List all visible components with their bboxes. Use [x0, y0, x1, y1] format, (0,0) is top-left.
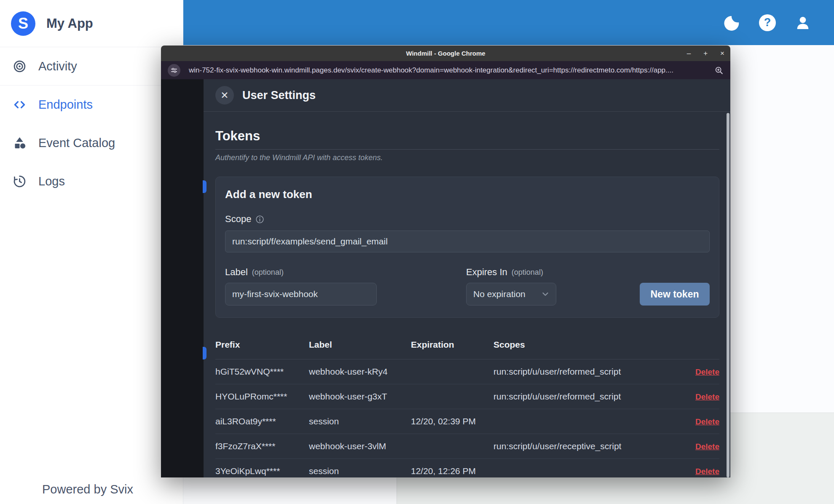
modal-title: User Settings — [242, 89, 316, 102]
sidebar-item-endpoints[interactable]: Endpoints — [0, 86, 183, 124]
add-token-title: Add a new token — [225, 188, 710, 201]
token-prefix: 3YeOiKpLwq**** — [215, 466, 309, 476]
hidden-button-fragment — [203, 180, 206, 193]
page-content: ✕ User Settings Tokens Authentify to the… — [161, 79, 730, 477]
chrome-window: Windmill - Google Chrome – + × win-752-f… — [161, 46, 730, 477]
new-token-button[interactable]: New token — [640, 283, 710, 306]
powered-by-svix: Powered by Svix — [42, 483, 133, 496]
token-scopes: run:script/u/user/receptive_script — [493, 441, 681, 451]
history-icon — [13, 174, 27, 188]
help-icon: ? — [759, 14, 776, 31]
user-settings-modal: ✕ User Settings Tokens Authentify to the… — [204, 79, 730, 477]
token-prefix: HYOLuPRomc**** — [215, 391, 309, 402]
minimize-button[interactable]: – — [687, 50, 691, 57]
token-scopes: run:script/u/user/reformed_script — [493, 391, 681, 402]
maximize-button[interactable]: + — [703, 50, 708, 57]
token-label: webhook-user-g3xT — [309, 391, 411, 402]
close-modal-button[interactable]: ✕ — [215, 86, 234, 105]
svix-logo-icon: S — [11, 11, 35, 36]
info-icon[interactable] — [255, 215, 264, 224]
token-expiration: 12/20, 12:26 PM — [411, 466, 493, 476]
tokens-section-title: Tokens — [215, 129, 719, 144]
dark-mode-toggle[interactable] — [723, 13, 741, 32]
moon-icon — [724, 15, 740, 31]
sidebar-item-logs[interactable]: Logs — [0, 162, 183, 201]
address-bar[interactable]: win-752-fix-svix-webhook-win.windmill.pa… — [189, 66, 710, 75]
chevron-down-icon — [541, 290, 550, 299]
token-label: session — [309, 416, 411, 426]
sidebar-item-label: Activity — [38, 59, 77, 73]
zoom-search-icon[interactable] — [714, 66, 724, 75]
delete-token-link[interactable]: Delete — [695, 392, 719, 401]
modal-scrollbar[interactable] — [727, 113, 729, 477]
delete-token-link[interactable]: Delete — [695, 467, 719, 476]
token-prefix: hGiT52wVNQ**** — [215, 367, 309, 377]
table-row: f3FzoZ7raX**** webhook-user-3vlM run:scr… — [215, 434, 719, 459]
close-window-button[interactable]: × — [720, 50, 724, 57]
window-title: Windmill - Google Chrome — [406, 50, 485, 57]
user-menu-button[interactable] — [794, 13, 812, 32]
window-titlebar[interactable]: Windmill - Google Chrome – + × — [161, 46, 730, 61]
label-optional: (optional) — [252, 268, 284, 277]
section-divider — [215, 149, 719, 150]
expires-in-label: Expires In — [466, 267, 507, 278]
token-prefix: aiL3ROat9y**** — [215, 416, 309, 426]
table-header-row: Prefix Label Expiration Scopes — [215, 340, 719, 359]
col-header-prefix: Prefix — [215, 340, 309, 350]
sidebar: S My App Activity Endpoints Event Catalo… — [0, 0, 183, 504]
expiration-selected-value: No expiration — [473, 289, 526, 299]
token-label: session — [309, 466, 411, 476]
sidebar-header: S My App — [0, 0, 183, 47]
tokens-table: Prefix Label Expiration Scopes hGiT52wVN… — [215, 340, 719, 477]
delete-token-link[interactable]: Delete — [695, 417, 719, 426]
user-icon — [794, 14, 811, 31]
sidebar-item-label: Logs — [38, 174, 65, 188]
col-header-label: Label — [309, 340, 411, 350]
tune-icon — [170, 67, 178, 74]
tokens-section-subtitle: Authentify to the Windmill API with acce… — [215, 153, 719, 162]
table-row: hGiT52wVNQ**** webhook-user-kRy4 run:scr… — [215, 359, 719, 384]
code-brackets-icon — [13, 98, 27, 112]
shapes-icon — [13, 136, 27, 150]
table-row: 3YeOiKpLwq**** session 12/20, 12:26 PM D… — [215, 459, 719, 477]
sidebar-item-label: Event Catalog — [38, 136, 115, 150]
app-title: My App — [46, 16, 93, 31]
app-header: ? — [183, 0, 834, 45]
modal-header: ✕ User Settings — [204, 79, 730, 112]
delete-token-link[interactable]: Delete — [695, 367, 719, 376]
expiration-select[interactable]: No expiration — [466, 283, 556, 306]
label-label: Label — [225, 267, 248, 278]
delete-token-link[interactable]: Delete — [695, 442, 719, 451]
expires-optional: (optional) — [512, 268, 543, 277]
scope-input[interactable] — [225, 231, 710, 252]
col-header-scopes: Scopes — [493, 340, 681, 350]
token-scopes: run:script/u/user/reformed_script — [493, 367, 681, 377]
sidebar-item-label: Endpoints — [38, 98, 93, 112]
hidden-button-fragment — [203, 347, 206, 359]
activity-icon — [13, 59, 27, 73]
token-expiration: 12/20, 02:39 PM — [411, 416, 493, 426]
add-token-card: Add a new token Scope — [215, 177, 719, 318]
browser-toolbar: win-752-fix-svix-webhook-win.windmill.pa… — [161, 61, 730, 79]
token-label: webhook-user-kRy4 — [309, 367, 411, 377]
token-prefix: f3FzoZ7raX**** — [215, 441, 309, 451]
table-row: aiL3ROat9y**** session 12/20, 02:39 PM D… — [215, 409, 719, 434]
token-label-input[interactable] — [225, 283, 377, 306]
help-button[interactable]: ? — [758, 13, 777, 32]
scope-label: Scope — [225, 214, 251, 225]
sidebar-item-event-catalog[interactable]: Event Catalog — [0, 124, 183, 162]
table-row: HYOLuPRomc**** webhook-user-g3xT run:scr… — [215, 384, 719, 409]
site-settings-button[interactable] — [168, 64, 180, 77]
sidebar-item-activity[interactable]: Activity — [0, 47, 183, 86]
token-label: webhook-user-3vlM — [309, 441, 411, 451]
col-header-expiration: Expiration — [411, 340, 493, 350]
